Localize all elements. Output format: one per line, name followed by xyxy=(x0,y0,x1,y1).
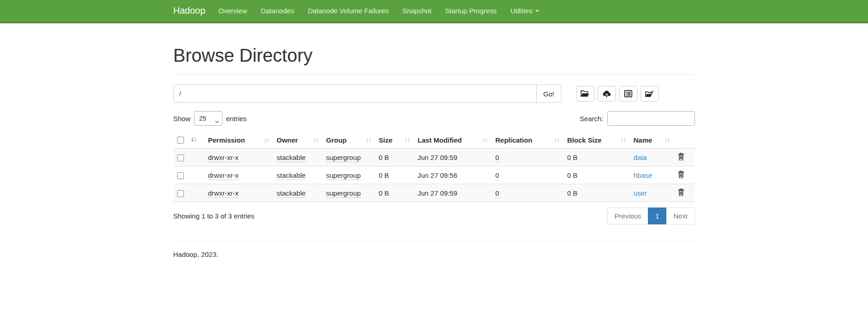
column-label: Name xyxy=(634,136,652,144)
cloud-upload-icon xyxy=(602,90,611,97)
column-label: Last Modified xyxy=(418,136,462,144)
nav-item-datanode-volume-failures[interactable]: Datanode Volume Failures xyxy=(301,0,396,21)
group-value[interactable]: supergroup xyxy=(326,189,361,198)
group-value[interactable]: supergroup xyxy=(326,171,361,180)
directory-link[interactable]: user xyxy=(634,189,647,197)
column-label: Size xyxy=(379,136,393,144)
group-value[interactable]: supergroup xyxy=(326,154,361,162)
replication-value[interactable]: 0 xyxy=(496,189,499,198)
page-1-button[interactable]: 1 xyxy=(648,208,666,224)
trash-icon xyxy=(678,188,685,196)
replication-value[interactable]: 0 xyxy=(496,171,499,180)
pagination: Previous 1 Next xyxy=(607,208,695,224)
sort-asc-icon xyxy=(190,136,197,144)
size-value: 0 B xyxy=(379,189,389,197)
column-header-group[interactable]: Group xyxy=(323,132,375,149)
sort-icon xyxy=(482,137,488,145)
previous-page-button[interactable]: Previous xyxy=(607,208,648,224)
table-row: drwxr-xr-x stackable supergroup 0 B Jun … xyxy=(173,184,695,202)
row-checkbox[interactable] xyxy=(177,172,184,179)
delete-button[interactable] xyxy=(678,153,685,160)
owner-value[interactable]: stackable xyxy=(277,171,306,180)
search-input[interactable] xyxy=(607,111,695,126)
nav-item-startup-progress[interactable]: Startup Progress xyxy=(438,0,504,21)
column-header-replication[interactable]: Replication xyxy=(492,132,564,149)
modified-value: Jun 27 09:59 xyxy=(418,189,458,197)
directory-table: Permission Owner Group xyxy=(173,132,695,202)
delete-button[interactable] xyxy=(678,170,685,178)
column-header-permission[interactable]: Permission xyxy=(205,132,273,149)
column-header-size[interactable]: Size xyxy=(375,132,414,149)
list-alt-icon xyxy=(624,90,632,97)
paste-button[interactable] xyxy=(619,86,637,101)
divider xyxy=(173,74,695,75)
sort-icon xyxy=(404,137,410,145)
directory-link[interactable]: hbase xyxy=(634,171,652,179)
path-form: Go! xyxy=(173,85,695,103)
nav-item-datanodes[interactable]: Datanodes xyxy=(254,0,301,21)
upload-file-button[interactable] xyxy=(598,86,616,101)
create-directory-button[interactable] xyxy=(576,86,594,101)
page-size-select[interactable]: 25 xyxy=(194,111,222,126)
replication-value[interactable]: 0 xyxy=(496,154,499,162)
block-size-value: 0 B xyxy=(567,154,578,161)
nav-item-utilities-dropdown[interactable]: Utilities xyxy=(503,0,545,21)
go-button[interactable]: Go! xyxy=(536,85,561,103)
directory-link[interactable]: data xyxy=(634,154,647,161)
column-header-last-modified[interactable]: Last Modified xyxy=(414,132,492,149)
size-value: 0 B xyxy=(379,171,389,179)
page-title: Browse Directory xyxy=(173,45,695,66)
row-checkbox[interactable] xyxy=(177,154,184,161)
show-label: Show xyxy=(173,115,191,122)
column-header-name[interactable]: Name xyxy=(630,132,674,149)
path-input-group: Go! xyxy=(173,85,561,103)
trash-icon xyxy=(678,170,685,178)
sort-icon xyxy=(554,137,560,145)
column-label: Owner xyxy=(277,136,298,144)
column-label: Replication xyxy=(496,136,533,144)
nav-item-overview[interactable]: Overview xyxy=(212,0,254,21)
size-value: 0 B xyxy=(379,154,389,161)
permission-value[interactable]: drwxr-xr-x xyxy=(208,154,239,162)
modified-value: Jun 27 09:59 xyxy=(418,154,458,161)
folder-transfer-icon xyxy=(645,90,654,98)
brand-hadoop[interactable]: Hadoop xyxy=(173,5,205,16)
table-header-row: Permission Owner Group xyxy=(173,132,695,149)
modified-value: Jun 27 09:56 xyxy=(418,171,458,179)
nav-item-snapshot[interactable]: Snapshot xyxy=(395,0,438,21)
select-all-header[interactable] xyxy=(173,132,205,149)
column-label: Permission xyxy=(208,136,245,144)
top-navbar: Hadoop Overview Datanodes Datanode Volum… xyxy=(0,0,868,23)
table-info: Showing 1 to 3 of 3 entries xyxy=(173,212,255,220)
caret-down-icon xyxy=(535,10,539,12)
entries-label: entries xyxy=(226,115,247,122)
sort-icon xyxy=(366,137,372,145)
row-checkbox[interactable] xyxy=(177,190,184,197)
table-controls: Show 25 entries Search: xyxy=(173,111,695,126)
delete-button[interactable] xyxy=(678,188,685,196)
utilities-label: Utilities xyxy=(510,7,532,15)
directory-path-input[interactable] xyxy=(173,85,537,103)
owner-value[interactable]: stackable xyxy=(277,189,306,198)
select-all-checkbox[interactable] xyxy=(177,137,184,144)
column-label: Group xyxy=(326,136,347,144)
folder-open-icon xyxy=(581,90,589,98)
sort-icon xyxy=(264,137,270,145)
owner-value[interactable]: stackable xyxy=(277,154,306,162)
column-header-actions xyxy=(674,132,695,149)
column-header-owner[interactable]: Owner xyxy=(273,132,323,149)
next-page-button[interactable]: Next xyxy=(666,208,695,224)
trash-icon xyxy=(678,153,685,160)
directory-action-buttons xyxy=(576,85,659,101)
column-header-block-size[interactable]: Block Size xyxy=(564,132,630,149)
block-size-value: 0 B xyxy=(567,171,578,179)
footer-text: Hadoop, 2023. xyxy=(173,250,695,258)
block-size-value: 0 B xyxy=(567,189,578,197)
column-label: Block Size xyxy=(567,136,602,144)
move-button[interactable] xyxy=(641,86,659,101)
search-label: Search: xyxy=(580,115,604,122)
page-footer: Hadoop, 2023. xyxy=(173,250,695,258)
permission-value[interactable]: drwxr-xr-x xyxy=(208,171,239,180)
permission-value[interactable]: drwxr-xr-x xyxy=(208,189,239,198)
sort-icon xyxy=(664,137,670,145)
